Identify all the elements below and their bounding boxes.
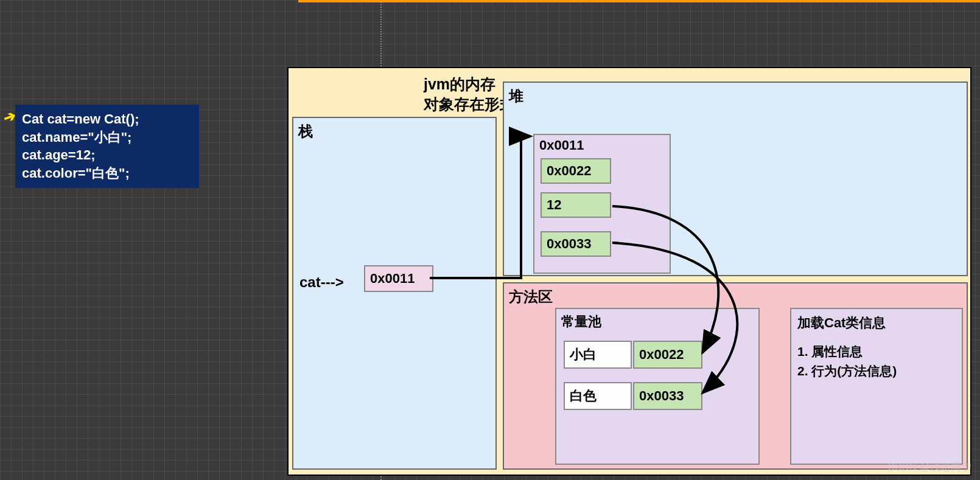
stack-variable: cat---> — [299, 274, 344, 291]
stack-region: 栈 cat---> 0x0011 — [292, 117, 497, 470]
stack-addr-box: 0x0011 — [364, 265, 433, 292]
class-info-box: 加载Cat类信息 1. 属性信息2. 行为(方法信息) — [790, 308, 963, 465]
const-pool-addr1: 0x0022 — [633, 341, 702, 369]
code-line-3: cat.age=12; — [22, 146, 192, 164]
method-area-label: 方法区 — [509, 287, 553, 307]
heap-object-addr: 0x0011 — [539, 137, 584, 153]
stack-label: 栈 — [298, 122, 313, 141]
diagram-canvas: ➔ Cat cat=new Cat(); cat.name="小白"; cat.… — [0, 0, 980, 480]
const-pool-addr2: 0x0033 — [633, 382, 702, 410]
heap-field-age: 12 — [541, 192, 611, 218]
class-info-title: 加载Cat类信息 — [797, 314, 886, 332]
jvm-title-line2: 对象存在形式 — [424, 96, 515, 113]
jvm-title-line1: jvm的内存 — [424, 75, 495, 92]
constant-pool-label: 常量池 — [561, 313, 601, 331]
constant-pool: 常量池 小白 0x0022 白色 0x0033 — [555, 308, 760, 465]
jvm-memory-region: jvm的内存 对象存在形式 栈 cat---> 0x0011 堆 0x0011 … — [287, 67, 971, 476]
method-area-region: 方法区 常量池 小白 0x0022 白色 0x0033 加载Cat类信息 1. … — [503, 282, 968, 470]
code-line-2: cat.name="小白"; — [22, 128, 192, 147]
code-block: Cat cat=new Cat(); cat.name="小白"; cat.ag… — [15, 105, 199, 188]
heap-field-name: 0x0022 — [541, 158, 611, 184]
heap-object: 0x0011 0x0022 12 0x0033 — [533, 134, 671, 274]
heap-region: 堆 0x0011 0x0022 12 0x0033 — [503, 82, 968, 276]
heap-field-color: 0x0033 — [541, 231, 611, 257]
heap-label: 堆 — [509, 86, 523, 106]
jvm-title: jvm的内存 对象存在形式 — [424, 74, 515, 114]
class-info-body: 1. 属性信息2. 行为(方法信息) — [797, 342, 897, 380]
const-pool-val1: 小白 — [564, 341, 632, 369]
const-pool-val2: 白色 — [564, 382, 632, 410]
watermark: CSDN @浅念同学 — [887, 460, 971, 474]
selection-edge — [298, 0, 980, 2]
code-line-4: cat.color="白色"; — [22, 164, 192, 183]
code-line-1: Cat cat=new Cat(); — [22, 110, 192, 128]
